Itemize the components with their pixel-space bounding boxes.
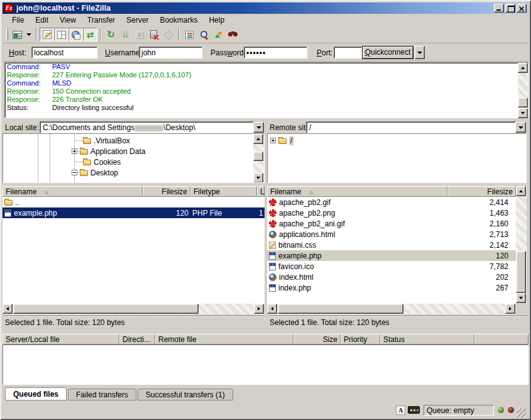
- toolbar-gripper[interactable]: [6, 28, 8, 41]
- username-input[interactable]: john: [139, 47, 202, 58]
- file-row[interactable]: applications.html 2,713: [267, 229, 516, 240]
- column-server-local-file[interactable]: Server/Local file: [3, 334, 119, 345]
- scroll-up-button[interactable]: [518, 63, 528, 73]
- scrollbar-thumb[interactable]: [253, 152, 263, 161]
- toggle-message-log-button[interactable]: [40, 28, 54, 41]
- scroll-down-button[interactable]: [253, 173, 263, 183]
- local-tree[interactable]: .VirtualBox Application Data Cookies Des…: [3, 133, 265, 183]
- plus-expander-icon[interactable]: [270, 138, 276, 143]
- disconnect-button[interactable]: [147, 28, 161, 41]
- menu-edit[interactable]: Edit: [30, 14, 54, 26]
- quickconnect-button[interactable]: Quickconnect: [362, 46, 413, 59]
- minus-expander-icon[interactable]: [72, 170, 77, 175]
- speed-limits-icon[interactable]: [408, 406, 420, 414]
- scrollbar-thumb[interactable]: [13, 304, 199, 314]
- column-last-modified[interactable]: L: [257, 186, 265, 197]
- file-row[interactable]: ..: [3, 197, 265, 207]
- host-input[interactable]: localhost: [31, 47, 97, 58]
- toggle-local-tree-button[interactable]: [54, 28, 68, 41]
- menu-bookmarks[interactable]: Bookmarks: [154, 14, 203, 26]
- column-priority[interactable]: Priority: [341, 334, 380, 345]
- menu-server[interactable]: Server: [121, 14, 154, 26]
- menu-file[interactable]: File: [6, 14, 30, 26]
- scroll-right-button[interactable]: [254, 304, 264, 314]
- scrollbar-thumb[interactable]: [278, 304, 403, 314]
- maximize-button[interactable]: [505, 4, 515, 13]
- refresh-button[interactable]: ↻: [104, 28, 118, 41]
- scrollbar-thumb[interactable]: [516, 251, 526, 293]
- scroll-left-button[interactable]: [3, 304, 13, 314]
- menu-transfer[interactable]: Transfer: [82, 14, 121, 26]
- scroll-up-button[interactable]: [253, 134, 263, 144]
- file-row[interactable]: index.html 202: [267, 272, 516, 282]
- column-filename[interactable]: Filename: [267, 186, 447, 197]
- plus-expander-icon[interactable]: [72, 148, 77, 154]
- remote-list-hscrollbar[interactable]: [267, 304, 516, 314]
- file-row[interactable]: index.php 267: [267, 282, 516, 293]
- tab-failed-transfers[interactable]: Failed transfers: [68, 389, 136, 401]
- transfer-queue-list[interactable]: [3, 345, 528, 385]
- column-direction[interactable]: Directi...: [119, 334, 155, 345]
- password-input[interactable]: ••••••: [244, 47, 307, 58]
- column-size[interactable]: Size: [293, 334, 341, 345]
- scroll-up-button[interactable]: [516, 186, 526, 196]
- scroll-down-button[interactable]: [518, 108, 528, 118]
- tab-queued-files[interactable]: Queued files: [5, 387, 67, 401]
- minimize-button[interactable]: [494, 4, 504, 13]
- remote-file-list[interactable]: apache_pb2.gif 2,414 apache_pb2.png 1,46…: [267, 197, 516, 304]
- column-remote-file[interactable]: Remote file: [155, 334, 293, 345]
- file-row[interactable]: apache_pb2.gif 2,414: [267, 197, 516, 207]
- local-tree-scrollbar[interactable]: [253, 134, 264, 183]
- site-manager-button[interactable]: [10, 28, 25, 41]
- reconnect-button[interactable]: [161, 28, 176, 41]
- column-filetype[interactable]: Filetype: [190, 186, 257, 197]
- file-row[interactable]: apache_pb2.png 1,463: [267, 207, 516, 218]
- file-search-button[interactable]: [197, 28, 211, 41]
- local-file-list[interactable]: .. example.php 120 PHP File 1: [3, 197, 265, 304]
- remote-site-dropdown-button[interactable]: [515, 122, 526, 133]
- file-row[interactable]: favicon.ico 7,782: [267, 261, 516, 272]
- menu-help[interactable]: Help: [203, 14, 230, 26]
- file-row[interactable]: bitnami.css 2,142: [267, 240, 516, 250]
- column-status[interactable]: Status: [380, 334, 474, 345]
- column-filesize[interactable]: Filesize: [143, 186, 190, 197]
- scroll-down-button[interactable]: [516, 293, 526, 303]
- toggle-remote-tree-button[interactable]: [68, 28, 83, 41]
- tree-item-desktop[interactable]: Desktop: [72, 167, 118, 178]
- directory-comparison-button[interactable]: [211, 28, 226, 41]
- cancel-operation-button[interactable]: x: [133, 28, 147, 41]
- remote-tree[interactable]: /: [267, 133, 527, 183]
- toggle-transfer-queue-button[interactable]: ⇄: [83, 28, 97, 41]
- log-scrollbar[interactable]: [518, 63, 528, 118]
- titlebar[interactable]: Fz john@localhost - FileZilla: [3, 3, 528, 14]
- ascii-indicator-icon[interactable]: A: [396, 406, 405, 415]
- message-log[interactable]: Command:PASV Response:227 Entering Passi…: [4, 62, 528, 118]
- remote-site-combo[interactable]: /: [306, 121, 516, 133]
- local-list-hscrollbar[interactable]: [3, 304, 265, 314]
- column-filename[interactable]: Filename: [3, 186, 143, 197]
- tree-item-cookies[interactable]: Cookies: [83, 157, 121, 167]
- file-row-selected[interactable]: example.php 120 PHP File 1: [3, 207, 265, 218]
- column-filesize[interactable]: Filesize: [447, 186, 516, 197]
- quickconnect-dropdown-button[interactable]: [415, 46, 425, 59]
- site-manager-dropdown-button[interactable]: [25, 28, 33, 41]
- local-site-dropdown-button[interactable]: [253, 122, 264, 133]
- tab-successful-transfers[interactable]: Successful transfers (1): [138, 389, 233, 401]
- local-site-combo[interactable]: C:\Documents and Settings\Desktop\: [40, 121, 254, 133]
- file-row[interactable]: apache_pb2_ani.gif 2,160: [267, 218, 516, 229]
- process-queue-button[interactable]: ⇊: [118, 28, 133, 41]
- scrollbar-thumb[interactable]: [518, 97, 528, 108]
- tree-item-root[interactable]: /: [270, 135, 293, 146]
- tree-item-virtualbox[interactable]: .VirtualBox: [83, 135, 130, 146]
- scroll-right-button[interactable]: [505, 304, 515, 314]
- scroll-left-button[interactable]: [267, 304, 277, 314]
- menu-view[interactable]: View: [54, 14, 82, 26]
- tree-item-application-data[interactable]: Application Data: [72, 146, 145, 157]
- resize-grip[interactable]: [517, 409, 526, 417]
- file-row-selected[interactable]: example.php 120: [267, 250, 516, 261]
- remote-list-vscrollbar[interactable]: [516, 186, 527, 304]
- port-input[interactable]: [334, 47, 362, 58]
- filter-button[interactable]: [182, 28, 197, 41]
- synchronized-browsing-button[interactable]: [226, 28, 240, 41]
- close-button[interactable]: [517, 4, 527, 13]
